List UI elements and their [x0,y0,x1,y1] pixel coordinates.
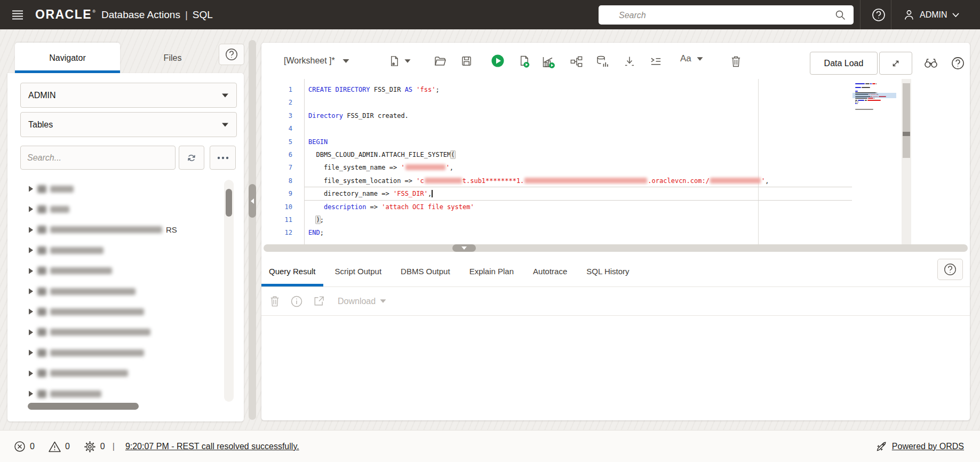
run-statement-button[interactable] [491,54,505,68]
tree-caret-icon[interactable] [28,390,34,397]
global-search-input[interactable] [618,5,833,26]
header-divider-2 [891,0,891,29]
data-load-button[interactable]: Data Load [810,52,878,75]
code-line[interactable]: 6 DBMS_CLOUD_ADMIN.ATTACH_FILE_SYSTEM( [261,148,907,161]
expand-editor-button[interactable] [879,52,912,75]
results-download-button[interactable]: Download [338,297,386,306]
editor-scrollbar[interactable] [902,79,911,244]
tree-item[interactable]: RS [20,221,177,239]
table-icon [37,288,46,296]
download-editor-button[interactable] [623,55,636,68]
panel-splitter-handle[interactable] [249,184,256,218]
results-clear-button[interactable] [269,295,281,307]
code-line[interactable]: 1CREATE DIRECTORY FSS_DIR AS 'fss'; [261,83,907,96]
results-tab-autotrace[interactable]: Autotrace [525,256,575,286]
code-line[interactable]: 2 [261,96,907,109]
tree-caret-icon[interactable] [28,246,34,254]
format-code-button[interactable] [649,55,663,68]
tree-item[interactable] [20,323,150,341]
warning-counter[interactable]: 0 [48,441,70,453]
code-line[interactable]: 9 directory_name => 'FSS_DIR', [261,187,907,200]
editor-results-splitter-handle[interactable] [452,244,476,252]
results-help-button[interactable] [937,259,963,280]
editor-results-splitter[interactable] [264,244,968,252]
code-line[interactable]: 10 description => 'attach OCI file syste… [261,201,907,213]
caret-down-icon [404,59,411,63]
navigator-panel: Navigator Files ADMIN Tables RS [7,43,244,421]
tree-item[interactable] [20,302,144,321]
results-tab-explain-plan[interactable]: Explain Plan [462,256,521,286]
tree-item[interactable] [20,180,74,198]
header-help-button[interactable] [866,0,891,29]
worksheet-help-button[interactable] [951,56,965,70]
new-worksheet-caret[interactable] [404,59,411,63]
navigator-search-input[interactable] [21,146,175,169]
error-counter[interactable]: 0 [13,440,35,453]
results-tab-query-result[interactable]: Query Result [261,256,323,286]
more-options-button[interactable] [210,146,236,170]
object-type-select[interactable]: Tables [20,112,237,137]
tree-item[interactable] [20,282,136,300]
editor-scrollbar-thumb[interactable] [903,83,910,158]
tree-caret-icon[interactable] [28,329,34,336]
tab-files[interactable]: Files [120,43,225,73]
worksheet-title-menu[interactable]: [Worksheet ]* [284,43,349,79]
code-line[interactable]: 11 ); [261,213,907,226]
table-name-suffix: RS [166,225,177,234]
tree-caret-icon[interactable] [28,205,34,213]
tree-caret-icon[interactable] [28,185,34,193]
clear-worksheet-button[interactable] [730,55,742,68]
tree-item[interactable] [20,385,101,402]
open-external-icon [313,295,325,307]
save-button[interactable] [460,55,473,67]
hamburger-menu-icon[interactable] [7,7,23,23]
tree-item[interactable] [20,262,112,280]
tree-vertical-scrollbar[interactable] [224,180,234,402]
code-line[interactable]: 4 [261,122,907,135]
tree-caret-icon[interactable] [28,226,34,234]
tree-horizontal-scrollbar[interactable] [18,402,203,411]
tree-item[interactable] [20,344,144,362]
navigator-help-button[interactable] [219,44,244,65]
search-icon[interactable] [834,9,846,21]
code-line[interactable]: 5BEGIN [261,136,907,148]
tree-caret-icon[interactable] [28,288,34,295]
tab-navigator[interactable]: Navigator [15,43,120,73]
bind-variables-button[interactable] [596,55,610,69]
tree-caret-icon[interactable] [28,349,34,356]
code-line[interactable]: 8 file_system_location => 'ct.sub1******… [261,174,907,187]
panel-splitter[interactable] [249,40,256,420]
tree-hscrollbar-thumb[interactable] [28,403,139,410]
process-counter[interactable]: 0 [83,440,105,453]
results-info-button[interactable] [290,295,303,308]
code-editor[interactable]: 1CREATE DIRECTORY FSS_DIR AS 'fss';23Dir… [261,79,970,244]
refresh-button[interactable] [179,146,204,170]
results-tab-script-output[interactable]: Script Output [328,256,389,286]
new-worksheet-button[interactable] [388,55,401,67]
results-tab-dbms-output[interactable]: DBMS Output [393,256,458,286]
user-menu-button[interactable]: ADMIN [899,0,963,29]
tree-caret-icon[interactable] [28,308,34,315]
warning-triangle-icon [48,441,61,453]
status-message-link[interactable]: 9:20:07 PM - REST call resolved successf… [125,442,299,451]
run-script-button[interactable] [517,55,531,68]
tree-caret-icon[interactable] [28,370,34,377]
code-line[interactable]: 12END; [261,226,907,239]
open-file-button[interactable] [434,55,447,68]
tree-caret-icon[interactable] [28,267,34,275]
results-tab-sql-history[interactable]: SQL History [579,256,636,286]
results-open-external-button[interactable] [313,295,325,307]
tree-item[interactable] [20,364,128,383]
code-line[interactable]: 3Directory FSS_DIR created. [261,109,907,122]
tree-item[interactable] [20,200,69,218]
tree-item[interactable] [20,241,103,259]
font-size-button[interactable]: Aa [680,53,703,64]
explain-plan-button[interactable] [570,55,583,68]
find-button[interactable] [923,57,939,69]
tree-scrollbar-thumb[interactable] [226,189,232,217]
status-separator: | [113,442,115,451]
schema-select[interactable]: ADMIN [20,83,237,108]
code-line[interactable]: 7 file_system_name => '', [261,161,907,174]
autotrace-run-button[interactable] [541,55,555,69]
powered-by-ords[interactable]: Powered by ORDS [875,440,964,453]
